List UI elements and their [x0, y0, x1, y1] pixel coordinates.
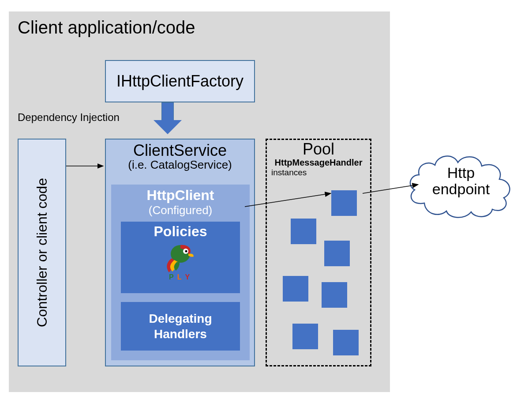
controller-label: Controller or client code	[34, 178, 50, 327]
polly-parrot-icon: P L Y	[163, 242, 198, 281]
handler-pool-box: Pool HttpMessageHandler instances	[266, 139, 371, 366]
handler-instance-icon	[283, 276, 308, 302]
client-service-subtitle: (i.e. CatalogService)	[106, 158, 254, 172]
client-service-box: ClientService (i.e. CatalogService) Http…	[105, 139, 255, 366]
http-client-subtitle: (Configured)	[111, 204, 250, 217]
svg-point-2	[185, 250, 187, 253]
ihttpclientfactory-box: IHttpClientFactory	[105, 60, 255, 102]
policies-label: Policies	[121, 223, 240, 240]
handler-instance-icon	[324, 241, 350, 266]
handler-instance-icon	[331, 190, 357, 216]
handler-instance-icon	[333, 330, 359, 355]
delegating-handlers-label: Delegating Handlers	[149, 311, 212, 342]
pool-subtitle: HttpMessageHandler	[267, 158, 370, 168]
http-endpoint-cloud: Httpendpoint	[406, 141, 516, 221]
client-application-container: Client application/code IHttpClientFacto…	[9, 11, 390, 392]
handler-instance-icon	[322, 282, 347, 308]
delegating-handlers-box: Delegating Handlers	[121, 302, 240, 351]
client-service-title: ClientService	[106, 141, 254, 160]
controller-box: Controller or client code	[18, 139, 66, 366]
http-client-box: HttpClient (Configured) Policies	[111, 185, 250, 360]
main-title: Client application/code	[18, 18, 195, 38]
http-client-title: HttpClient	[111, 187, 250, 204]
handler-instance-icon	[292, 324, 318, 349]
dependency-injection-label: Dependency Injection	[18, 111, 120, 124]
handler-instance-icon	[291, 219, 316, 244]
pool-subtitle-instances: instances	[267, 168, 370, 177]
policies-box: Policies P L	[121, 222, 240, 293]
http-endpoint-label: Httpendpoint	[432, 165, 490, 198]
polly-logo-text: P L Y	[169, 273, 191, 281]
pool-title: Pool	[267, 140, 370, 158]
ihttpclientfactory-label: IHttpClientFactory	[116, 72, 244, 91]
factory-injection-arrow-icon	[154, 102, 182, 133]
